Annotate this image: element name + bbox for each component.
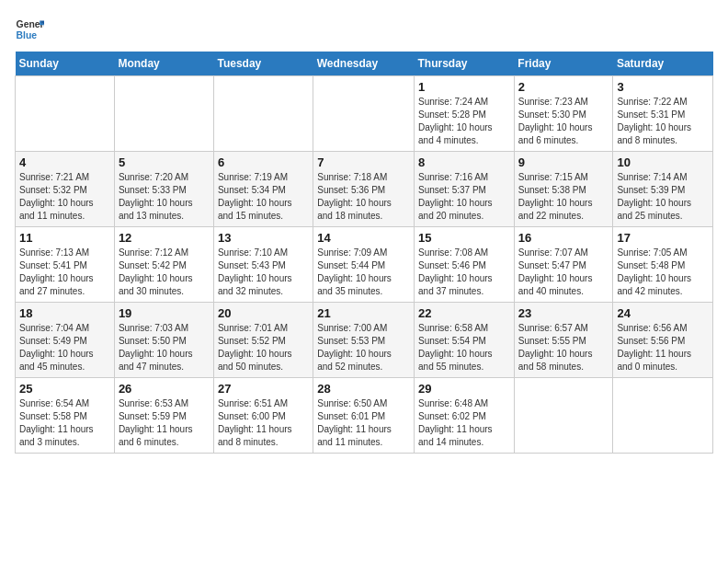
calendar-cell: 1Sunrise: 7:24 AM Sunset: 5:28 PM Daylig… — [415, 76, 515, 152]
day-info: Sunrise: 7:22 AM Sunset: 5:31 PM Dayligh… — [617, 96, 709, 147]
calendar-cell: 13Sunrise: 7:10 AM Sunset: 5:43 PM Dayli… — [213, 227, 313, 303]
calendar-cell: 23Sunrise: 6:57 AM Sunset: 5:55 PM Dayli… — [514, 303, 613, 378]
week-row-5: 25Sunrise: 6:54 AM Sunset: 5:58 PM Dayli… — [16, 378, 713, 454]
calendar-cell — [213, 76, 313, 152]
day-info: Sunrise: 7:24 AM Sunset: 5:28 PM Dayligh… — [418, 96, 510, 147]
day-info: Sunrise: 7:18 AM Sunset: 5:36 PM Dayligh… — [317, 171, 410, 223]
day-number: 7 — [317, 155, 410, 169]
calendar-table: SundayMondayTuesdayWednesdayThursdayFrid… — [15, 52, 713, 454]
header-tuesday: Tuesday — [213, 52, 313, 76]
calendar-cell: 2Sunrise: 7:23 AM Sunset: 5:30 PM Daylig… — [514, 76, 613, 152]
week-row-1: 1Sunrise: 7:24 AM Sunset: 5:28 PM Daylig… — [16, 76, 713, 152]
day-info: Sunrise: 6:58 AM Sunset: 5:54 PM Dayligh… — [418, 322, 510, 373]
logo: General Blue — [15, 15, 48, 44]
calendar-cell: 18Sunrise: 7:04 AM Sunset: 5:49 PM Dayli… — [16, 303, 115, 378]
calendar-cell — [16, 76, 115, 152]
calendar-cell: 20Sunrise: 7:01 AM Sunset: 5:52 PM Dayli… — [213, 303, 313, 378]
calendar-cell: 7Sunrise: 7:18 AM Sunset: 5:36 PM Daylig… — [313, 152, 415, 227]
day-number: 20 — [218, 306, 309, 320]
calendar-cell: 10Sunrise: 7:14 AM Sunset: 5:39 PM Dayli… — [613, 152, 713, 227]
day-number: 21 — [317, 306, 410, 320]
day-number: 22 — [418, 306, 510, 320]
day-number: 9 — [518, 155, 609, 169]
day-info: Sunrise: 7:16 AM Sunset: 5:37 PM Dayligh… — [418, 171, 510, 223]
day-info: Sunrise: 7:05 AM Sunset: 5:48 PM Dayligh… — [617, 247, 709, 298]
day-info: Sunrise: 6:54 AM Sunset: 5:58 PM Dayligh… — [19, 397, 110, 449]
day-info: Sunrise: 7:23 AM Sunset: 5:30 PM Dayligh… — [518, 96, 609, 147]
header-thursday: Thursday — [415, 52, 515, 76]
day-info: Sunrise: 6:53 AM Sunset: 5:59 PM Dayligh… — [119, 397, 210, 449]
page-header: General Blue — [15, 15, 713, 44]
day-info: Sunrise: 6:57 AM Sunset: 5:55 PM Dayligh… — [518, 322, 609, 373]
calendar-cell: 19Sunrise: 7:03 AM Sunset: 5:50 PM Dayli… — [114, 303, 213, 378]
day-number: 12 — [119, 231, 210, 245]
day-number: 16 — [518, 231, 609, 245]
day-info: Sunrise: 7:07 AM Sunset: 5:47 PM Dayligh… — [518, 247, 609, 298]
calendar-cell — [114, 76, 213, 152]
day-number: 24 — [617, 306, 709, 320]
day-number: 17 — [617, 231, 709, 245]
day-info: Sunrise: 7:09 AM Sunset: 5:44 PM Dayligh… — [317, 247, 410, 298]
day-number: 8 — [418, 155, 510, 169]
logo-icon: General Blue — [15, 15, 44, 44]
day-info: Sunrise: 7:19 AM Sunset: 5:34 PM Dayligh… — [218, 171, 309, 223]
day-number: 4 — [19, 155, 110, 169]
week-row-3: 11Sunrise: 7:13 AM Sunset: 5:41 PM Dayli… — [16, 227, 713, 303]
calendar-cell: 29Sunrise: 6:48 AM Sunset: 6:02 PM Dayli… — [415, 378, 515, 454]
calendar-cell: 12Sunrise: 7:12 AM Sunset: 5:42 PM Dayli… — [114, 227, 213, 303]
day-info: Sunrise: 7:01 AM Sunset: 5:52 PM Dayligh… — [218, 322, 309, 373]
calendar-cell: 28Sunrise: 6:50 AM Sunset: 6:01 PM Dayli… — [313, 378, 415, 454]
svg-text:Blue: Blue — [17, 30, 38, 40]
day-number: 2 — [518, 80, 609, 94]
calendar-cell: 5Sunrise: 7:20 AM Sunset: 5:33 PM Daylig… — [114, 152, 213, 227]
day-info: Sunrise: 7:13 AM Sunset: 5:41 PM Dayligh… — [19, 247, 110, 298]
day-number: 19 — [119, 306, 210, 320]
calendar-cell: 25Sunrise: 6:54 AM Sunset: 5:58 PM Dayli… — [16, 378, 115, 454]
calendar-header-row: SundayMondayTuesdayWednesdayThursdayFrid… — [16, 52, 713, 76]
day-number: 23 — [518, 306, 609, 320]
day-number: 10 — [617, 155, 709, 169]
week-row-4: 18Sunrise: 7:04 AM Sunset: 5:49 PM Dayli… — [16, 303, 713, 378]
day-number: 1 — [418, 80, 510, 94]
calendar-cell: 9Sunrise: 7:15 AM Sunset: 5:38 PM Daylig… — [514, 152, 613, 227]
calendar-cell: 24Sunrise: 6:56 AM Sunset: 5:56 PM Dayli… — [613, 303, 713, 378]
day-info: Sunrise: 6:48 AM Sunset: 6:02 PM Dayligh… — [418, 397, 510, 449]
day-info: Sunrise: 7:04 AM Sunset: 5:49 PM Dayligh… — [19, 322, 110, 373]
day-number: 26 — [119, 382, 210, 396]
day-info: Sunrise: 6:51 AM Sunset: 6:00 PM Dayligh… — [218, 397, 309, 449]
calendar-cell: 14Sunrise: 7:09 AM Sunset: 5:44 PM Dayli… — [313, 227, 415, 303]
calendar-cell: 21Sunrise: 7:00 AM Sunset: 5:53 PM Dayli… — [313, 303, 415, 378]
calendar-cell: 16Sunrise: 7:07 AM Sunset: 5:47 PM Dayli… — [514, 227, 613, 303]
day-info: Sunrise: 7:12 AM Sunset: 5:42 PM Dayligh… — [119, 247, 210, 298]
day-number: 29 — [418, 382, 510, 396]
day-info: Sunrise: 7:08 AM Sunset: 5:46 PM Dayligh… — [418, 247, 510, 298]
day-number: 27 — [218, 382, 309, 396]
day-number: 25 — [19, 382, 110, 396]
day-info: Sunrise: 6:50 AM Sunset: 6:01 PM Dayligh… — [317, 397, 410, 449]
header-saturday: Saturday — [613, 52, 713, 76]
day-info: Sunrise: 7:20 AM Sunset: 5:33 PM Dayligh… — [119, 171, 210, 223]
day-number: 15 — [418, 231, 510, 245]
day-number: 13 — [218, 231, 309, 245]
day-info: Sunrise: 7:03 AM Sunset: 5:50 PM Dayligh… — [119, 322, 210, 373]
calendar-cell: 3Sunrise: 7:22 AM Sunset: 5:31 PM Daylig… — [613, 76, 713, 152]
calendar-cell: 26Sunrise: 6:53 AM Sunset: 5:59 PM Dayli… — [114, 378, 213, 454]
day-number: 28 — [317, 382, 410, 396]
calendar-cell: 17Sunrise: 7:05 AM Sunset: 5:48 PM Dayli… — [613, 227, 713, 303]
day-info: Sunrise: 7:00 AM Sunset: 5:53 PM Dayligh… — [317, 322, 410, 373]
day-number: 3 — [617, 80, 709, 94]
calendar-cell — [313, 76, 415, 152]
day-info: Sunrise: 7:10 AM Sunset: 5:43 PM Dayligh… — [218, 247, 309, 298]
day-number: 6 — [218, 155, 309, 169]
calendar-cell — [613, 378, 713, 454]
calendar-cell: 15Sunrise: 7:08 AM Sunset: 5:46 PM Dayli… — [415, 227, 515, 303]
calendar-cell: 27Sunrise: 6:51 AM Sunset: 6:00 PM Dayli… — [213, 378, 313, 454]
day-info: Sunrise: 7:21 AM Sunset: 5:32 PM Dayligh… — [19, 171, 110, 223]
header-friday: Friday — [514, 52, 613, 76]
calendar-cell: 4Sunrise: 7:21 AM Sunset: 5:32 PM Daylig… — [16, 152, 115, 227]
day-info: Sunrise: 7:15 AM Sunset: 5:38 PM Dayligh… — [518, 171, 609, 223]
header-sunday: Sunday — [16, 52, 115, 76]
calendar-cell: 22Sunrise: 6:58 AM Sunset: 5:54 PM Dayli… — [415, 303, 515, 378]
week-row-2: 4Sunrise: 7:21 AM Sunset: 5:32 PM Daylig… — [16, 152, 713, 227]
day-number: 14 — [317, 231, 410, 245]
